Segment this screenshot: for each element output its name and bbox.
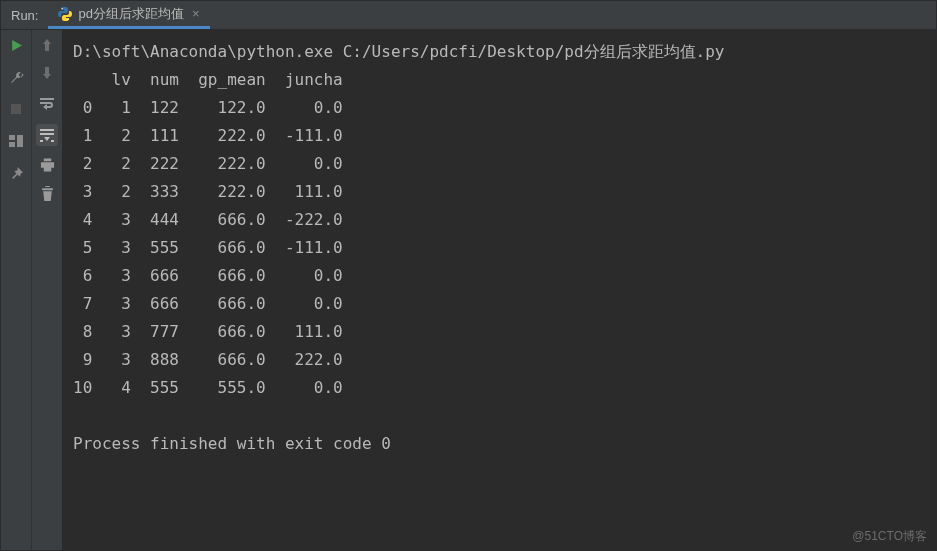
svg-point-1 [68,18,69,19]
console-output[interactable]: D:\soft\Anaconda\python.exe C:/Users/pdc… [63,30,936,550]
watermark: @51CTO博客 [852,528,927,545]
print-icon[interactable] [38,156,56,174]
run-label: Run: [1,1,48,29]
layout-icon[interactable] [7,132,25,150]
svg-rect-2 [11,104,21,114]
rerun-icon[interactable] [7,36,25,54]
stop-icon[interactable] [7,100,25,118]
svg-rect-5 [17,135,23,147]
pin-icon[interactable] [7,164,25,182]
trash-icon[interactable] [38,184,56,202]
scroll-to-end-icon[interactable] [36,124,58,146]
run-gutter-arrows [32,30,63,550]
svg-point-0 [62,7,63,8]
wrench-icon[interactable] [7,68,25,86]
run-gutter-left [1,30,32,550]
python-file-icon [58,7,72,21]
run-tool-tab-bar: Run: pd分组后求距均值 × [1,1,936,30]
soft-wrap-icon[interactable] [36,92,58,114]
svg-rect-4 [9,142,15,147]
console-text: D:\soft\Anaconda\python.exe C:/Users/pdc… [73,38,936,458]
up-arrow-icon[interactable] [38,36,56,54]
svg-rect-3 [9,135,15,140]
run-tab-title: pd分组后求距均值 [78,5,183,23]
close-tab-icon[interactable]: × [192,6,200,21]
run-tab-active[interactable]: pd分组后求距均值 × [48,1,209,29]
down-arrow-icon[interactable] [38,64,56,82]
